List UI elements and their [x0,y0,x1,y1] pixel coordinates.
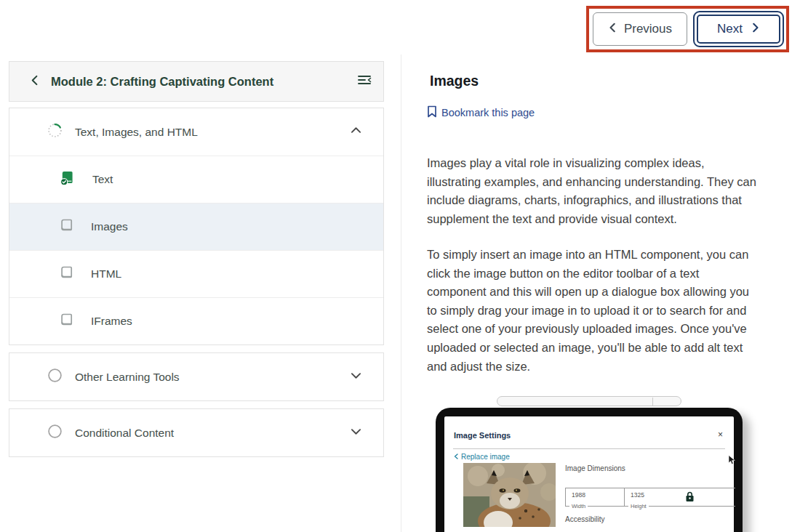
width-field: 1988 Width [566,488,625,506]
sidebar-item-html[interactable]: HTML [9,250,383,297]
accessibility-label: Accessibility [565,515,604,523]
close-icon: × [718,430,723,440]
book-icon [59,265,74,283]
sidebar-section-group: Text, Images, and HTML Text [9,108,384,345]
item-label: IFrames [91,315,361,328]
course-sidebar: Module 2: Crafting Captivating Content [9,61,384,457]
width-value: 1988 [572,491,585,499]
chevron-up-icon [351,125,361,139]
collapse-sidebar-icon[interactable] [357,73,372,89]
page-title: Images [430,73,479,89]
chevron-down-icon [351,370,361,384]
image-dimensions-label: Image Dimensions [565,464,625,472]
replace-image-label: Replace image [461,453,510,461]
bookmark-link[interactable]: Bookmark this page [427,105,535,120]
lock-icon [685,491,695,505]
bookmark-label: Bookmark this page [441,107,535,118]
item-label: HTML [91,267,361,281]
sidebar-section-conditional-content[interactable]: Conditional Content [9,409,383,456]
tablet-screen: Image Settings × Replace image [444,416,734,532]
dimension-fields: 1988 Width 1325 Height [565,488,735,507]
stylus-pencil [497,396,681,406]
back-icon[interactable] [30,75,41,89]
dialog-divider [453,448,725,449]
chevron-left-icon [454,453,458,461]
circle-outline-icon [47,368,63,386]
stylus-joint [652,398,653,406]
replace-image-link: Replace image [454,453,510,461]
chevron-left-icon [608,22,618,36]
mouse-pointer-icon [728,455,736,468]
sidebar-section-text-images-html[interactable]: Text, Images, and HTML [9,108,383,156]
tablet-mockup-figure: Image Settings × Replace image [427,392,761,532]
lynx-photo [463,463,556,527]
sidebar-section-group: Other Learning Tools [9,352,384,401]
progress-circle-icon [47,123,63,141]
body-paragraph: Images play a vital role in visualizing … [427,154,759,228]
book-icon [59,218,74,236]
chevron-down-icon [351,426,361,440]
completed-page-icon [59,170,76,190]
sidebar-header: Module 2: Crafting Captivating Content [9,61,384,102]
app-window: Previous Next Module 2: Crafting Captiva… [0,0,792,532]
item-label: Text [92,173,361,186]
height-label: Height [628,503,649,509]
sidebar-item-text[interactable]: Text [9,156,383,203]
dialog-title: Image Settings [454,431,511,440]
section-label: Conditional Content [75,427,351,440]
module-title: Module 2: Crafting Captivating Content [51,75,357,89]
sidebar-section-other-learning-tools[interactable]: Other Learning Tools [9,353,383,400]
height-value: 1325 [631,491,644,499]
bookmark-icon [427,105,437,120]
previous-label: Previous [624,22,672,36]
item-label: Images [91,220,361,233]
next-button[interactable]: Next [693,11,784,47]
panel-divider [401,55,401,532]
body-paragraph: To simply insert an image into an HTML c… [427,246,759,376]
circle-outline-icon [47,424,63,442]
width-label: Width [569,503,588,509]
book-icon [59,313,74,331]
sidebar-item-iframes[interactable]: IFrames [9,297,383,344]
next-label: Next [717,22,743,36]
section-label: Text, Images, and HTML [75,126,351,139]
previous-button[interactable]: Previous [593,12,687,46]
tablet-frame: Image Settings × Replace image [436,408,743,532]
annotation-highlight: Previous Next [586,6,789,52]
sidebar-section-group: Conditional Content [9,408,384,457]
sidebar-item-images[interactable]: Images [9,203,383,250]
chevron-right-icon [750,22,760,36]
section-label: Other Learning Tools [75,371,351,384]
